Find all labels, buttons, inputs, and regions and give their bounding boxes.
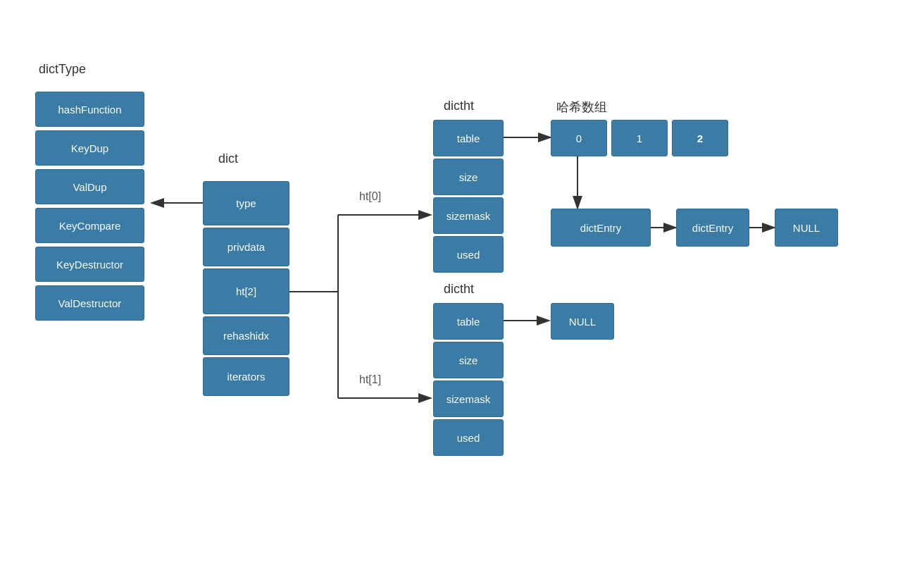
box-keycompare: KeyCompare: [35, 208, 144, 243]
box-null-top: NULL: [775, 209, 838, 247]
box-bottom-sizemask: sizemask: [433, 380, 504, 417]
box-valdup: ValDup: [35, 169, 144, 204]
dict-label: dict: [218, 151, 238, 166]
box-top-used: used: [433, 236, 504, 273]
diagram: dictType hashFunction KeyDup ValDup KeyC…: [0, 0, 924, 582]
box-dictentry-2: dictEntry: [676, 209, 749, 247]
box-hashfunction: hashFunction: [35, 92, 144, 127]
box-cell-2: 2: [672, 120, 728, 156]
dicttype-label: dictType: [39, 62, 86, 77]
box-keydup: KeyDup: [35, 130, 144, 166]
box-top-size: size: [433, 159, 504, 195]
dictht-bottom-label: dictht: [444, 282, 474, 297]
box-bottom-used: used: [433, 419, 504, 456]
box-ht2: ht[2]: [203, 268, 289, 314]
box-rehashidx: rehashidx: [203, 316, 289, 355]
box-top-sizemask: sizemask: [433, 197, 504, 234]
box-privdata: privdata: [203, 228, 289, 266]
box-type: type: [203, 181, 289, 225]
box-iterators: iterators: [203, 357, 289, 396]
box-dictentry-1: dictEntry: [551, 209, 651, 247]
box-cell-0: 0: [551, 120, 607, 156]
box-top-table: table: [433, 120, 504, 156]
box-cell-1: 1: [611, 120, 668, 156]
ht0-label: ht[0]: [359, 190, 381, 203]
box-null-bottom: NULL: [551, 303, 614, 340]
box-valdestructor: ValDestructor: [35, 285, 144, 321]
box-bottom-size: size: [433, 342, 504, 378]
ht1-label: ht[1]: [359, 373, 381, 386]
box-bottom-table: table: [433, 303, 504, 340]
dictht-top-label: dictht: [444, 99, 474, 113]
hash-array-label: 哈希数组: [556, 99, 607, 116]
box-keydestructor: KeyDestructor: [35, 247, 144, 282]
